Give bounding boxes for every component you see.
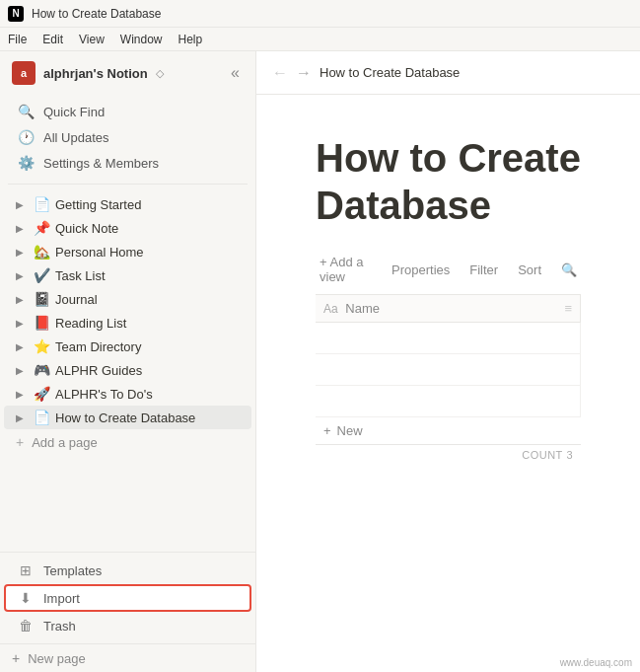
breadcrumb: How to Create Database (320, 65, 460, 80)
all-updates-icon: 🕐 (16, 129, 36, 145)
tree-section: ▶ 📄 Getting Started ▶ 📌 Quick Note ▶ 🏡 P… (0, 188, 255, 552)
sidebar-item-task-list[interactable]: ▶ ✔️ Task List (4, 263, 251, 287)
how-to-create-database-label: How to Create Database (55, 411, 244, 425)
column-name-label: Name (345, 301, 380, 316)
sidebar-header: a alphrjan's Notion ◇ « (0, 51, 255, 95)
main-layout: a alphrjan's Notion ◇ « 🔍 Quick Find 🕐 A… (0, 51, 640, 672)
new-row-plus-icon: + (323, 423, 331, 438)
personal-home-label: Personal Home (55, 245, 244, 260)
import-label: Import (43, 591, 80, 606)
sidebar-item-getting-started[interactable]: ▶ 📄 Getting Started (4, 192, 251, 216)
workspace-info[interactable]: a alphrjan's Notion ◇ (12, 61, 164, 85)
alphr-todo-label: ALPHR's To Do's (55, 387, 244, 402)
sidebar-item-team-directory[interactable]: ▶ ⭐ Team Directory (4, 335, 251, 358)
row-2-name[interactable] (316, 354, 581, 386)
nav-back-button[interactable]: ← (272, 64, 288, 82)
sidebar-item-import[interactable]: ⬇ Import (4, 584, 251, 612)
sidebar-divider-1 (8, 184, 248, 185)
sidebar-item-quick-note[interactable]: ▶ 📌 Quick Note (4, 216, 251, 240)
templates-label: Templates (43, 563, 102, 578)
alphr-guides-label: ALPHR Guides (55, 363, 244, 378)
workspace-avatar: a (12, 61, 36, 85)
nav-forward-button[interactable]: → (296, 64, 312, 82)
sidebar-bottom: ⊞ Templates ⬇ Import 🗑 Trash (0, 552, 255, 643)
personal-home-icon: 🏡 (32, 244, 51, 260)
toggle-how-to-create-database: ▶ (12, 410, 28, 425)
getting-started-icon: 📄 (32, 196, 51, 212)
import-icon: ⬇ (16, 590, 36, 606)
menu-bar: File Edit View Window Help (0, 28, 640, 51)
journal-label: Journal (55, 292, 244, 307)
sidebar-item-reading-list[interactable]: ▶ 📕 Reading List (4, 311, 251, 335)
sidebar-item-settings[interactable]: ⚙️ Settings & Members (4, 150, 251, 176)
menu-view[interactable]: View (79, 33, 105, 46)
sidebar-item-quick-find[interactable]: 🔍 Quick Find (4, 99, 251, 124)
sidebar-item-alphr-todo[interactable]: ▶ 🚀 ALPHR's To Do's (4, 382, 251, 406)
sidebar-item-journal[interactable]: ▶ 📓 Journal (4, 287, 251, 311)
toggle-reading-list: ▶ (12, 315, 28, 331)
content-topbar: ← → How to Create Database (256, 51, 640, 95)
sort-button[interactable]: Sort (514, 261, 545, 279)
sidebar-nav: 🔍 Quick Find 🕐 All Updates ⚙️ Settings &… (0, 95, 255, 180)
reading-list-icon: 📕 (32, 315, 51, 331)
sidebar: a alphrjan's Notion ◇ « 🔍 Quick Find 🕐 A… (0, 51, 256, 672)
sidebar-item-all-updates[interactable]: 🕐 All Updates (4, 124, 251, 150)
menu-window[interactable]: Window (120, 33, 163, 46)
window-title: How to Create Database (32, 7, 161, 21)
sidebar-item-trash[interactable]: 🗑 Trash (4, 612, 251, 639)
toggle-task-list: ▶ (12, 267, 28, 283)
new-row-label: New (337, 423, 363, 438)
sidebar-collapse-button[interactable]: « (227, 62, 244, 84)
menu-help[interactable]: Help (178, 33, 203, 46)
quick-note-icon: 📌 (32, 220, 51, 236)
search-button[interactable]: 🔍 (557, 261, 581, 279)
team-directory-icon: ⭐ (32, 338, 51, 354)
title-bar: N How to Create Database (0, 0, 640, 28)
how-to-create-database-icon: 📄 (32, 410, 51, 425)
alphr-todo-icon: 🚀 (32, 386, 51, 402)
row-3-name[interactable] (316, 386, 581, 417)
menu-file[interactable]: File (8, 33, 27, 46)
alphr-guides-icon: 🎮 (32, 362, 51, 378)
task-list-icon: ✔️ (32, 267, 51, 283)
properties-button[interactable]: Properties (388, 261, 454, 279)
task-list-label: Task List (55, 268, 244, 283)
getting-started-label: Getting Started (55, 197, 244, 212)
add-page-label: Add a page (32, 435, 98, 450)
toggle-getting-started: ▶ (12, 196, 28, 212)
row-1-name[interactable] (316, 323, 581, 354)
trash-icon: 🗑 (16, 618, 36, 634)
sidebar-item-templates[interactable]: ⊞ Templates (4, 557, 251, 584)
journal-icon: 📓 (32, 291, 51, 307)
toggle-alphr-todo: ▶ (12, 386, 28, 402)
sidebar-item-how-to-create-database[interactable]: ▶ 📄 How to Create Database (4, 406, 251, 429)
menu-edit[interactable]: Edit (42, 33, 63, 46)
table-row[interactable] (316, 323, 581, 354)
toggle-team-directory: ▶ (12, 338, 28, 354)
app-icon: N (8, 6, 24, 22)
page-title: How to CreateDatabase (316, 134, 581, 229)
column-options-icon[interactable]: ≡ (564, 301, 572, 316)
new-page-plus-icon: + (12, 650, 20, 666)
new-page-button[interactable]: + New page (0, 643, 255, 672)
add-view-button[interactable]: + Add a view (316, 253, 376, 286)
workspace-chevron: ◇ (156, 67, 164, 80)
sidebar-item-alphr-guides[interactable]: ▶ 🎮 ALPHR Guides (4, 358, 251, 382)
sidebar-item-personal-home[interactable]: ▶ 🏡 Personal Home (4, 240, 251, 263)
team-directory-label: Team Directory (55, 339, 244, 354)
all-updates-label: All Updates (43, 130, 108, 145)
content-area: ← → How to Create Database How to Create… (256, 51, 640, 672)
toggle-alphr-guides: ▶ (12, 362, 28, 378)
quick-find-icon: 🔍 (16, 104, 36, 119)
add-page-button[interactable]: + Add a page (4, 429, 251, 455)
table-row[interactable] (316, 386, 581, 417)
new-page-label: New page (28, 651, 86, 666)
table-row[interactable] (316, 354, 581, 386)
new-row-button[interactable]: + New (316, 417, 581, 445)
database-toolbar: + Add a view Properties Filter Sort 🔍 (316, 253, 581, 295)
workspace-name: alphrjan's Notion (43, 66, 148, 81)
content-body: How to CreateDatabase + Add a view Prope… (256, 95, 640, 672)
quick-note-label: Quick Note (55, 221, 244, 236)
watermark: www.deuaq.com (560, 657, 632, 668)
filter-button[interactable]: Filter (465, 261, 502, 279)
